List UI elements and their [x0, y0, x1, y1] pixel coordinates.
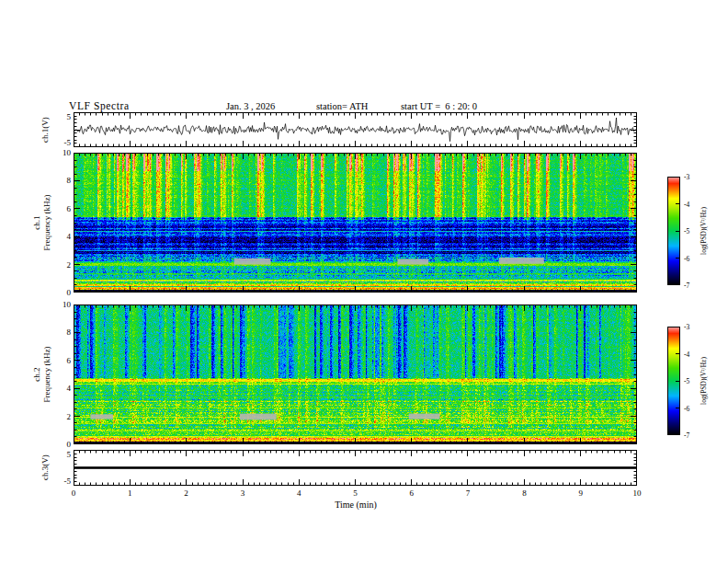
- freq-tick-label: 4: [67, 232, 72, 241]
- freq-tick-label: 10: [63, 148, 71, 157]
- x-tick-label: 8: [522, 488, 527, 498]
- header-station: station= ATH: [316, 101, 368, 111]
- freq-tick-label: 2: [67, 412, 72, 421]
- colorbar-ch1-label: log(PSD)(V²/Hz): [700, 207, 708, 255]
- colorbar-tick-label: -6: [684, 254, 689, 262]
- colorbar-tick-label: -6: [684, 404, 689, 412]
- vlf-spectra-figure: VLF Spectra Jan. 3 , 2026 station= ATH s…: [0, 0, 728, 563]
- colorbar-tick-label: -4: [684, 350, 689, 358]
- x-axis-label: Time (min): [335, 500, 376, 510]
- freq-tick-label: 2: [67, 260, 72, 270]
- x-tick-label: 0: [72, 488, 76, 498]
- header-start-ut: start UT = 6 : 20: 0: [401, 101, 477, 111]
- freq-tick-label: 0: [67, 440, 72, 449]
- voltage-tick-label: 5: [67, 450, 72, 459]
- voltage-tick-label: -5: [64, 138, 72, 147]
- x-tick-label: 6: [410, 488, 415, 498]
- header-date: Jan. 3 , 2026: [226, 101, 275, 111]
- freq-tick-label: 6: [67, 204, 72, 213]
- ch1-frequency-ylabel-line1: ch.1: [32, 194, 42, 250]
- x-tick-label: 10: [633, 488, 642, 498]
- freq-tick-label: 8: [67, 327, 72, 337]
- freq-tick-label: 10: [63, 300, 71, 309]
- colorbar-tick-label: -3: [684, 323, 689, 331]
- colorbar-ch1-canvas: [667, 177, 680, 285]
- colorbar-tick-label: -3: [684, 173, 689, 181]
- ch2-frequency-ylabel-line1: ch.2: [32, 346, 42, 402]
- ch3-waveform-canvas: [74, 450, 637, 486]
- colorbar-ch2-label: log(PSD)(V²/Hz): [700, 357, 708, 405]
- ch1-waveform-canvas: [74, 112, 637, 147]
- x-tick-label: 2: [184, 488, 188, 498]
- x-tick-label: 4: [297, 488, 301, 498]
- freq-tick-label: 0: [67, 288, 72, 297]
- x-tick-label: 9: [578, 488, 583, 498]
- colorbar-ch2-canvas: [667, 327, 680, 435]
- ch1-voltage-ylabel: ch.1(V): [40, 117, 51, 143]
- colorbar-tick-label: -5: [684, 377, 689, 385]
- freq-tick-label: 6: [67, 356, 72, 365]
- x-tick-label: 3: [241, 488, 245, 498]
- ch3-voltage-ylabel: ch.3(V): [40, 454, 51, 480]
- ch1-frequency-ylabel-line2: Frequency (kHz): [42, 194, 52, 250]
- x-tick-label: 1: [128, 488, 132, 498]
- x-tick-label: 5: [353, 488, 358, 498]
- ch1-frequency-ylabel: ch.1 Frequency (kHz): [32, 194, 52, 250]
- ch2-spectrogram-canvas: [74, 304, 637, 444]
- colorbar-tick-label: -7: [684, 282, 689, 290]
- x-tick-label: 7: [466, 488, 471, 498]
- colorbar-tick-label: -7: [684, 431, 689, 440]
- freq-tick-label: 4: [67, 384, 72, 393]
- colorbar-tick-label: -5: [684, 227, 689, 236]
- colorbar-tick-label: -4: [684, 200, 689, 208]
- freq-tick-label: 8: [67, 176, 72, 185]
- voltage-tick-label: 5: [67, 112, 72, 121]
- voltage-tick-label: -5: [64, 477, 72, 486]
- ch1-spectrogram-canvas: [74, 153, 637, 293]
- ch2-frequency-ylabel-line2: Frequency (kHz): [42, 346, 52, 402]
- ch2-frequency-ylabel: ch.2 Frequency (kHz): [32, 346, 52, 402]
- page-title: VLF Spectra: [69, 100, 130, 111]
